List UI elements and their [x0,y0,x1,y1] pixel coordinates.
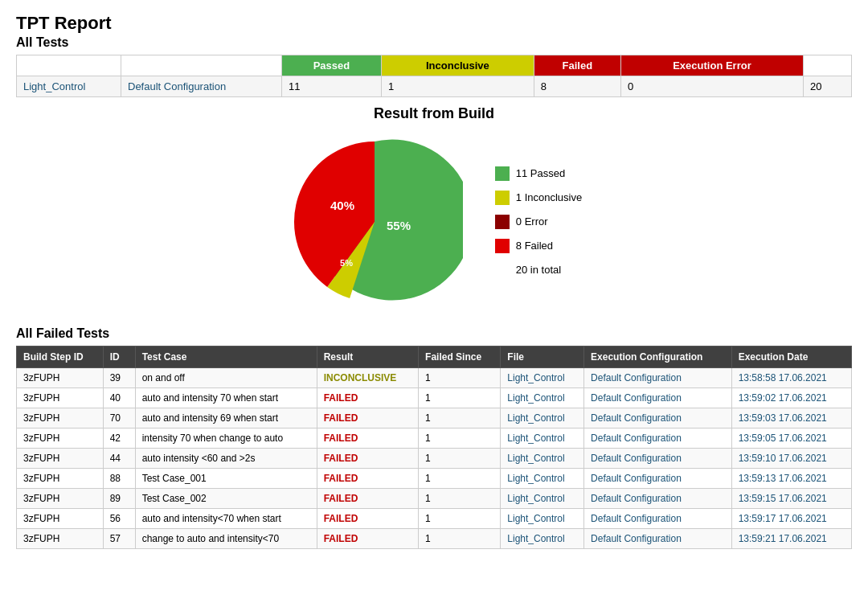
cell-build-step-id: 3zFUPH [17,408,104,429]
cell-exec-config: Default Configuration [584,529,732,549]
cell-file: Light_Control [501,509,584,529]
failed-tests-title: All Failed Tests [16,326,852,341]
cell-id: 88 [103,469,135,489]
all-tests-table: Passed Inconclusive Failed Execution Err… [16,55,852,97]
legend-item-failed: 8 Failed [495,236,582,256]
cell-exec-date: 13:59:03 17.06.2021 [731,408,851,429]
cell-id: 44 [103,449,135,469]
cell-failed-since: 1 [419,388,501,408]
cell-result: FAILED [317,449,418,469]
table-row: 3zFUPH 89 Test Case_002 FAILED 1 Light_C… [17,489,852,509]
table-row: 3zFUPH 56 auto and intensity<70 when sta… [17,509,852,529]
legend-label-passed: 11 Passed [516,163,565,184]
cell-failed-since: 1 [419,489,501,509]
legend-label-inconclusive: 1 Inconclusive [516,187,582,208]
cell-failed-since: 1 [419,368,501,388]
legend-color-passed [495,166,510,181]
cell-id: 40 [103,388,135,408]
cell-exec-config: Default Configuration [584,429,732,449]
failed-table-header-row: Build Step ID ID Test Case Result Failed… [17,347,852,368]
legend-item-passed: 11 Passed [495,163,582,184]
pie-label-inconclusive: 5% [340,258,353,268]
failed-tests-table: Build Step ID ID Test Case Result Failed… [16,346,852,549]
cell-failed-since: 1 [419,429,501,449]
cell-test-case: auto and intensity<70 when start [135,509,317,529]
table-row: 3zFUPH 42 intensity 70 when change to au… [17,429,852,449]
cell-build-step-id: 3zFUPH [17,449,104,469]
cell-result: FAILED [317,529,418,549]
cell-test-case: intensity 70 when change to auto [135,429,317,449]
cell-exec-date: 13:59:10 17.06.2021 [731,449,851,469]
legend-item-inconclusive: 1 Inconclusive [495,187,582,208]
col-exec-error-header: Execution Error [620,55,803,76]
cell-id: 89 [103,489,135,509]
cell-exec-config: Default Configuration [584,509,732,529]
th-build-step-id: Build Step ID [17,347,104,368]
cell-exec-config: Default Configuration [584,449,732,469]
cell-test-case: on and off [135,368,317,388]
table-row: 3zFUPH 70 auto and intensity 69 when sta… [17,408,852,429]
all-tests-row: Light_Control Default Configuration 11 1… [17,76,852,97]
cell-build-step-id: 3zFUPH [17,529,104,549]
all-tests-passed: 11 [282,76,382,97]
all-tests-total: 20 [804,76,852,97]
legend-label-error: 0 Error [516,211,548,232]
cell-test-case: auto intensity <60 and >2s [135,449,317,469]
chart-section: Result from Build [16,105,852,310]
cell-file: Light_Control [501,489,584,509]
table-row: 3zFUPH 44 auto intensity <60 and >2s FAI… [17,449,852,469]
cell-id: 70 [103,408,135,429]
page-title: TPT Report [16,13,852,34]
failed-tests-section: All Failed Tests Build Step ID ID Test C… [16,326,852,549]
cell-result: FAILED [317,489,418,509]
cell-failed-since: 1 [419,449,501,469]
cell-id: 56 [103,509,135,529]
chart-container: 55% 5% 40% 11 Passed 1 Inconclusive 0 Er… [16,133,852,310]
cell-test-case: auto and intensity 70 when start [135,388,317,408]
cell-failed-since: 1 [419,408,501,429]
all-tests-col2: Default Configuration [121,76,282,97]
th-failed-since: Failed Since [419,347,501,368]
table-row: 3zFUPH 88 Test Case_001 FAILED 1 Light_C… [17,469,852,489]
cell-result: FAILED [317,469,418,489]
cell-exec-date: 13:59:05 17.06.2021 [731,429,851,449]
th-id: ID [103,347,135,368]
pie-chart: 55% 5% 40% [286,133,463,310]
cell-build-step-id: 3zFUPH [17,368,104,388]
cell-exec-date: 13:59:15 17.06.2021 [731,489,851,509]
cell-exec-config: Default Configuration [584,388,732,408]
cell-failed-since: 1 [419,509,501,529]
col-inconclusive-header: Inconclusive [381,55,534,76]
cell-test-case: auto and intensity 69 when start [135,408,317,429]
cell-build-step-id: 3zFUPH [17,489,104,509]
cell-file: Light_Control [501,469,584,489]
cell-result: FAILED [317,509,418,529]
cell-failed-since: 1 [419,529,501,549]
chart-title: Result from Build [16,105,852,122]
th-exec-date: Execution Date [731,347,851,368]
cell-build-step-id: 3zFUPH [17,509,104,529]
all-tests-exec-error: 0 [620,76,803,97]
all-tests-failed: 8 [534,76,620,97]
cell-build-step-id: 3zFUPH [17,388,104,408]
cell-exec-date: 13:59:02 17.06.2021 [731,388,851,408]
cell-exec-config: Default Configuration [584,368,732,388]
cell-file: Light_Control [501,449,584,469]
th-result: Result [317,347,418,368]
cell-failed-since: 1 [419,469,501,489]
cell-exec-date: 13:59:17 17.06.2021 [731,509,851,529]
col-failed-header: Failed [534,55,620,76]
chart-legend: 11 Passed 1 Inconclusive 0 Error 8 Faile… [495,163,582,281]
cell-build-step-id: 3zFUPH [17,429,104,449]
legend-item-error: 0 Error [495,211,582,232]
cell-file: Light_Control [501,368,584,388]
cell-file: Light_Control [501,388,584,408]
cell-file: Light_Control [501,408,584,429]
cell-result: FAILED [317,408,418,429]
cell-id: 39 [103,368,135,388]
cell-test-case: Test Case_001 [135,469,317,489]
table-row: 3zFUPH 57 change to auto and intensity<7… [17,529,852,549]
legend-color-error [495,215,510,229]
cell-exec-date: 13:59:21 17.06.2021 [731,529,851,549]
legend-total: 20 in total [495,260,582,281]
